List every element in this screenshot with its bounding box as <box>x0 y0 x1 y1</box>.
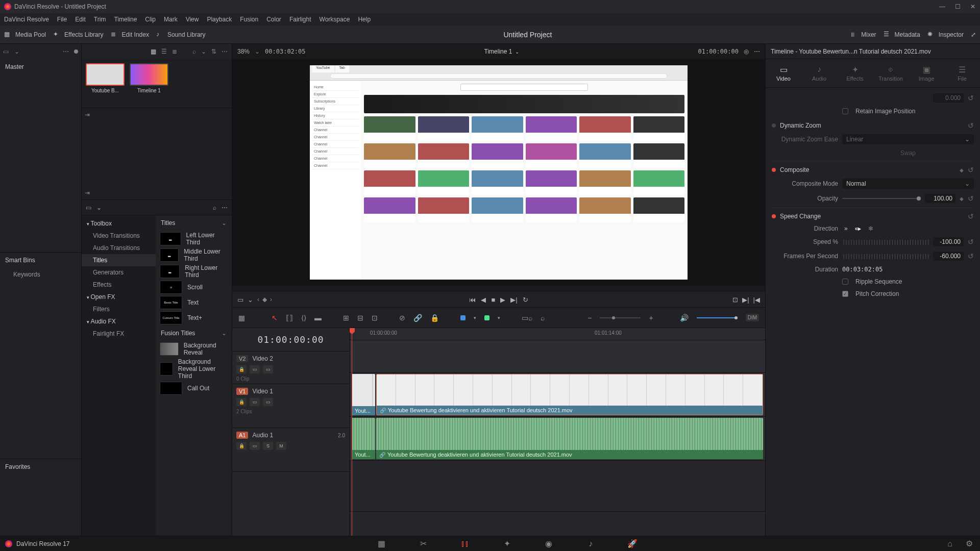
track-head-v2[interactable]: V2Video 2 🔒▭▭ 0 Clip <box>232 352 349 384</box>
openfx-group[interactable]: Open FX <box>82 291 156 303</box>
zoom-out-icon[interactable]: − <box>587 314 592 322</box>
media-clip[interactable]: Youtube B... <box>86 63 125 104</box>
direction-forward-icon[interactable]: » <box>844 225 848 232</box>
track-a1-lane[interactable]: Yout... 🔗Youtube Bewertung deaktivieren … <box>350 417 765 461</box>
auto-select-icon[interactable]: ▭ <box>250 442 260 450</box>
inspector-tab-audio[interactable]: ♪Audio <box>801 59 837 87</box>
viewer-target-icon[interactable]: ◎ <box>744 48 749 55</box>
trim-tool[interactable]: ⟦⟧ <box>286 314 293 322</box>
page-media[interactable]: ▦ <box>376 538 387 549</box>
title-item[interactable]: ▂Left Lower Third <box>156 231 232 247</box>
page-cut[interactable]: ✂ <box>418 538 429 549</box>
disable-icon[interactable]: ▭ <box>263 398 273 406</box>
inspector-tab-effects[interactable]: ✦Effects <box>837 59 873 87</box>
mixer-button[interactable]: ⫼ Mixer <box>850 31 876 39</box>
next-frame-button[interactable]: ▶| <box>510 296 517 304</box>
timeline-tracks[interactable]: 01:00:00:00 01:01:14:00 01:02:28:00 Yout… <box>350 328 765 536</box>
last-edit-icon[interactable]: |◀ <box>753 296 760 304</box>
menu-view[interactable]: View <box>186 16 199 23</box>
prev-frame-button[interactable]: ◀ <box>481 296 486 304</box>
strip-view-icon[interactable]: ☰ <box>161 48 167 55</box>
fx-audio-transitions[interactable]: Audio Transitions <box>82 242 156 254</box>
minimize-button[interactable]: — <box>939 4 945 10</box>
zoom-label[interactable]: 38% <box>237 48 250 55</box>
retain-checkbox[interactable] <box>842 108 848 114</box>
first-frame-button[interactable]: ⏮ <box>469 296 476 304</box>
fusion-title-item[interactable]: Call Out <box>156 381 232 396</box>
timeline-ruler[interactable]: 01:00:00:00 01:01:14:00 01:02:28:00 <box>350 328 765 340</box>
blade-tool[interactable]: ▬ <box>314 314 322 322</box>
media-clip[interactable]: Timeline 1 <box>130 63 168 104</box>
direction-freeze-icon[interactable]: ❄ <box>868 225 873 232</box>
zoom-tool[interactable]: ⌕ <box>541 314 545 322</box>
fusion-title-item[interactable]: Background Reveal Lower Third <box>156 357 232 381</box>
fusion-title-item[interactable]: Background Reveal <box>156 341 232 357</box>
audiofx-group[interactable]: Audio FX <box>82 315 156 328</box>
audio-clip[interactable]: 🔗Youtube Bewertung deaktivieren und akti… <box>376 418 763 459</box>
reset-icon[interactable]: ↺ <box>968 252 974 260</box>
dim-toggle[interactable]: DIM <box>746 314 759 321</box>
menu-clip[interactable]: Clip <box>145 16 156 23</box>
more-icon[interactable]: ⋯ <box>222 48 228 55</box>
menu-timeline[interactable]: Timeline <box>114 16 137 23</box>
timeline-timecode[interactable]: 01:00:00:00 <box>232 328 349 352</box>
video-clip[interactable]: Yout... <box>352 374 375 415</box>
next-edit-icon[interactable]: ▶| <box>742 296 749 304</box>
favorites-header[interactable]: Favorites <box>0 459 81 474</box>
page-edit[interactable]: ⫿⫿ <box>459 538 471 549</box>
marker-dropdown[interactable]: ▾ <box>474 315 476 320</box>
fps-scrubber[interactable]: |||||||||||||||||||||||||||||||||||||||| <box>842 254 929 259</box>
section-toggle[interactable] <box>772 214 776 218</box>
loop-button[interactable]: ↻ <box>523 296 528 304</box>
panel-view-icon[interactable]: ▭ <box>86 204 91 211</box>
reset-icon[interactable]: ↺ <box>968 94 974 102</box>
lock-icon[interactable]: 🔒 <box>236 398 247 406</box>
dots-icon[interactable]: ⋯ <box>63 48 70 55</box>
master-bin[interactable]: Master <box>0 59 81 74</box>
maximize-button[interactable]: ☐ <box>954 4 961 10</box>
auto-select-icon[interactable]: ▭ <box>250 398 260 406</box>
match-frame-icon[interactable]: ⊡ <box>732 296 738 304</box>
goto-end2-icon[interactable]: ⇥ <box>85 189 90 196</box>
audio-clip[interactable]: Yout... <box>352 418 375 459</box>
track-v1-lane[interactable]: Yout... 🔗Youtube Bewertung deaktivieren … <box>350 373 765 417</box>
solo-button[interactable]: S <box>263 442 273 450</box>
title-item[interactable]: ≡Scroll <box>156 280 232 295</box>
page-deliver[interactable]: 🚀 <box>627 538 638 549</box>
media-pool-button[interactable]: ▦ Media Pool <box>4 31 46 39</box>
timeline-name-dropdown[interactable]: Timeline 1 <box>484 48 520 55</box>
metadata-button[interactable]: ☰ Metadata <box>884 31 920 39</box>
auto-select-icon[interactable]: ▭ <box>250 365 260 373</box>
title-item[interactable]: ▂Right Lower Third <box>156 263 232 280</box>
sound-library-button[interactable]: ♪ Sound Library <box>156 31 206 39</box>
track-head-v1[interactable]: V1Video 1 🔒▭▭ 2 Clips <box>232 384 349 428</box>
ripple-checkbox[interactable] <box>842 279 848 285</box>
menu-mark[interactable]: Mark <box>164 16 178 23</box>
menu-help[interactable]: Help <box>358 16 371 23</box>
reset-icon[interactable]: ↺ <box>968 121 974 130</box>
filter-icon[interactable]: ⇅ <box>211 48 216 55</box>
insert-tool[interactable]: ⊞ <box>343 314 349 322</box>
inspector-tab-video[interactable]: ▭Video <box>766 59 801 87</box>
reset-icon[interactable]: ↺ <box>968 238 974 246</box>
thumb-view-icon[interactable]: ▦ <box>151 48 156 55</box>
direction-reverse-icon[interactable]: «▸ <box>855 225 862 232</box>
overwrite-tool[interactable]: ⊟ <box>357 314 363 322</box>
composite-mode-select[interactable]: Normal <box>842 179 974 189</box>
viewer-more-icon[interactable]: ⋯ <box>754 48 760 55</box>
sort-dropdown-icon[interactable]: ⌄ <box>201 48 206 55</box>
playhead[interactable] <box>352 328 352 536</box>
snapping-toggle[interactable]: ⊘ <box>399 314 405 322</box>
pitch-checkbox[interactable]: ✓ <box>842 291 848 297</box>
effects-library-button[interactable]: ✦ Effects Library <box>53 31 103 39</box>
disable-icon[interactable]: ▭ <box>263 365 273 373</box>
dropdown-icon[interactable]: ⌄ <box>248 296 253 304</box>
section-toggle[interactable] <box>772 168 776 172</box>
project-settings-icon[interactable]: ⚙ <box>964 538 975 549</box>
zoom-in-icon[interactable]: + <box>649 314 653 322</box>
section-toggle[interactable] <box>772 123 776 128</box>
menu-file[interactable]: File <box>57 16 67 23</box>
speed-scrubber[interactable]: |||||||||||||||||||||||||||||||||||||||| <box>842 239 929 245</box>
panel-dropdown-icon[interactable]: ⌄ <box>96 204 102 211</box>
ease-select[interactable]: Linear <box>842 134 974 144</box>
